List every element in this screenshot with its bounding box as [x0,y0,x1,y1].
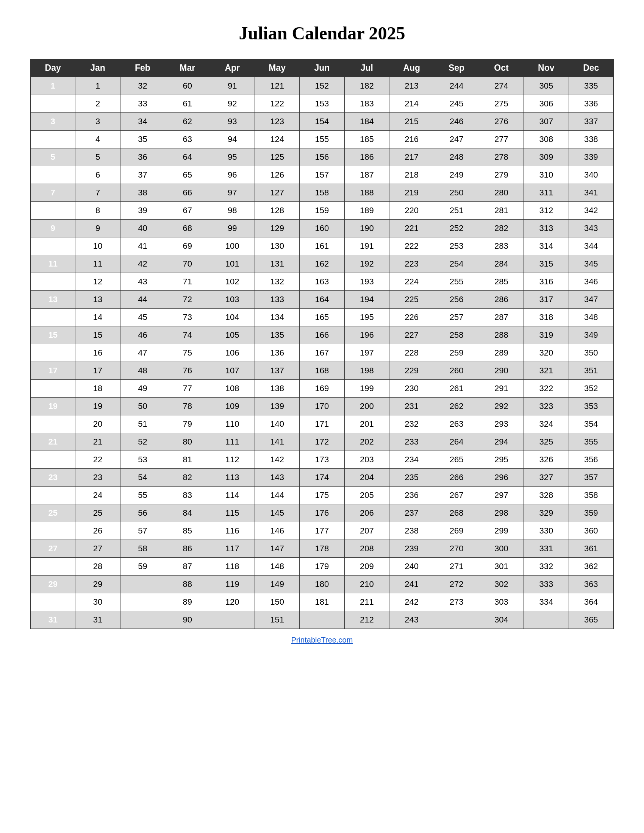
julian-day-cell: 237 [390,504,434,522]
julian-day-cell: 297 [479,487,523,504]
footer-link[interactable]: PrintableTree.com [291,636,353,645]
julian-day-cell: 359 [568,504,614,522]
julian-day-cell: 94 [210,130,254,148]
julian-day-cell: 10 [76,237,120,255]
julian-day-cell: 330 [524,522,568,540]
julian-day-cell: 135 [254,326,299,344]
julian-day-cell: 25 [76,504,120,522]
julian-day-cell: 173 [299,451,345,469]
julian-day-cell: 344 [568,237,614,255]
julian-day-cell: 118 [210,558,254,576]
julian-day-cell: 337 [568,113,614,130]
julian-day-cell: 24 [76,487,120,504]
julian-day-cell: 355 [568,433,614,451]
julian-day-cell: 161 [299,237,345,255]
julian-day-cell: 270 [434,540,479,558]
table-row: 25255684115145176206237268298329359 [31,504,614,522]
julian-day-cell: 253 [434,237,479,255]
julian-day-cell: 307 [524,113,568,130]
day-cell: 30 [31,593,76,611]
column-header-oct: Oct [479,59,523,77]
julian-day-cell: 109 [210,397,254,415]
julian-day-cell: 146 [254,522,299,540]
julian-day-cell: 192 [345,255,389,273]
julian-day-cell: 354 [568,415,614,433]
julian-day-cell: 174 [299,469,345,487]
julian-day-cell: 327 [524,469,568,487]
julian-day-cell: 280 [479,184,523,202]
julian-day-cell: 41 [120,237,165,255]
julian-day-cell: 168 [299,362,345,380]
day-cell: 9 [31,220,76,237]
table-row: 13134472103133164194225256286317347 [31,291,614,309]
julian-day-cell: 23 [76,469,120,487]
julian-day-cell: 123 [254,113,299,130]
table-row: 17174876107137168198229260290321351 [31,362,614,380]
table-row: 66376596126157187218249279310340 [31,166,614,184]
julian-day-cell: 12 [76,273,120,291]
julian-day-cell: 58 [120,540,165,558]
julian-day-cell: 183 [345,95,389,113]
column-header-jun: Jun [299,59,345,77]
julian-day-cell: 172 [299,433,345,451]
julian-day-cell: 358 [568,487,614,504]
julian-day-cell: 137 [254,362,299,380]
julian-day-cell: 315 [524,255,568,273]
julian-day-cell: 55 [120,487,165,504]
julian-day-cell: 74 [165,326,210,344]
julian-day-cell: 125 [254,148,299,166]
column-header-dec: Dec [568,59,614,77]
julian-day-cell: 322 [524,380,568,397]
day-cell: 28 [31,558,76,576]
julian-day-cell: 122 [254,95,299,113]
julian-day-cell: 152 [299,77,345,95]
julian-day-cell: 207 [345,522,389,540]
julian-day-cell: 96 [210,166,254,184]
julian-day-cell: 363 [568,576,614,593]
julian-day-cell: 250 [434,184,479,202]
julian-day-cell: 6 [76,166,120,184]
julian-day-cell: 272 [434,576,479,593]
julian-day-cell: 82 [165,469,210,487]
julian-day-cell: 286 [479,291,523,309]
julian-day-cell: 148 [254,558,299,576]
julian-day-cell: 340 [568,166,614,184]
julian-day-cell: 245 [434,95,479,113]
julian-day-cell: 181 [299,593,345,611]
column-header-feb: Feb [120,59,165,77]
table-row: 77386697127158188219250280311341 [31,184,614,202]
julian-day-cell: 151 [254,611,299,629]
julian-day-cell: 206 [345,504,389,522]
column-header-sep: Sep [434,59,479,77]
day-cell: 22 [31,451,76,469]
julian-day-cell: 352 [568,380,614,397]
julian-day-cell: 210 [345,576,389,593]
julian-day-cell: 225 [390,291,434,309]
julian-day-cell: 102 [210,273,254,291]
julian-day-cell: 30 [76,593,120,611]
julian-day-cell: 39 [120,202,165,220]
julian-day-cell: 190 [345,220,389,237]
julian-day-cell: 52 [120,433,165,451]
julian-day-cell: 169 [299,380,345,397]
column-header-apr: Apr [210,59,254,77]
table-row: 21215280111141172202233264294325355 [31,433,614,451]
julian-day-cell: 238 [390,522,434,540]
julian-day-cell: 185 [345,130,389,148]
julian-day-cell: 113 [210,469,254,487]
julian-day-cell: 309 [524,148,568,166]
julian-day-cell: 296 [479,469,523,487]
julian-day-cell: 229 [390,362,434,380]
julian-day-cell: 281 [479,202,523,220]
julian-day-cell: 155 [299,130,345,148]
julian-day-cell: 251 [434,202,479,220]
julian-day-cell: 349 [568,326,614,344]
julian-day-cell: 301 [479,558,523,576]
day-cell: 20 [31,415,76,433]
julian-day-cell: 1 [76,77,120,95]
julian-day-cell: 345 [568,255,614,273]
julian-day-cell: 214 [390,95,434,113]
julian-day-cell [120,576,165,593]
julian-day-cell: 119 [210,576,254,593]
day-cell: 27 [31,540,76,558]
